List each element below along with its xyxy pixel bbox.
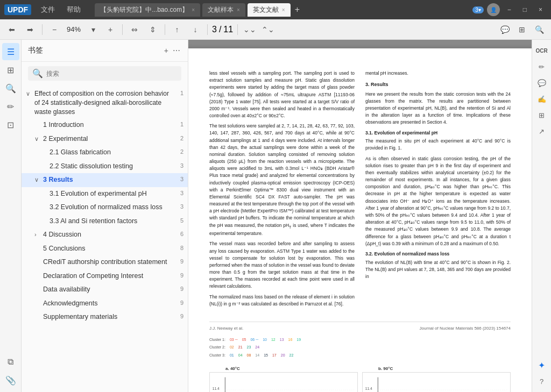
left-icon-fields[interactable]: ⊡ [2, 116, 19, 133]
legend-c1-13: 13 [280, 337, 284, 343]
view-options-button[interactable]: ⊞ [514, 22, 529, 37]
bookmark-static-diss[interactable]: 2.2 Static dissolution testing 3 [22, 160, 188, 174]
bookmark-root[interactable]: ∨ Effect of composition on the corrosion… [22, 87, 188, 118]
chart-a-svg: 10.6 10.8 11.0 11.2 11.4 0 200 400 600 8… [210, 373, 357, 392]
bookmark-supplementary[interactable]: Supplementary materials 9 [22, 310, 188, 324]
maximize-button[interactable]: □ [519, 4, 531, 16]
tab-doc2-close[interactable]: × [237, 7, 240, 13]
bookmark-discussion[interactable]: › 4 Discussion 6 [22, 228, 188, 242]
bookmark-results[interactable]: ∨ 3 Results 3 [22, 173, 188, 187]
left-icon-attachments[interactable]: 📎 [2, 372, 19, 389]
legend-c1-10: 10 [263, 337, 267, 343]
menu-help[interactable]: 帮助 [61, 3, 86, 17]
search-input[interactable] [46, 70, 177, 77]
bookmark-discussion-num: 6 [177, 230, 183, 238]
bookmark-credit-label: CRediT authorship contribution statement [43, 258, 175, 267]
tab-doc1-close[interactable]: × [192, 7, 195, 13]
fit-width-button[interactable]: ⇔ [127, 22, 142, 37]
bookmarks-title: 书签 [28, 46, 159, 55]
right-icon-ocr[interactable]: OCR [534, 43, 549, 58]
bookmark-static-diss-label: 2.2 Static dissolution testing [50, 162, 175, 172]
tab-current-close[interactable]: × [282, 7, 285, 13]
bookmark-glass-fab[interactable]: 2.1 Glass fabrication 2 [22, 146, 188, 160]
notification-badge[interactable]: 3▾ [472, 6, 484, 13]
cluster-legend-2: Cluster 2: 02 21 23 24 [209, 345, 511, 351]
search-box: 🔍 [28, 66, 181, 81]
toggle-experimental[interactable]: ∨ [34, 135, 41, 143]
chart-b-svg: 10.6 10.8 11.0 11.2 11.4 0 200 400 600 8… [363, 373, 510, 392]
right-icon-annotate[interactable]: 💬 [534, 75, 549, 90]
tab-current[interactable]: 英文文献 × [248, 3, 291, 17]
zoom-in-button[interactable]: + [103, 22, 118, 37]
right-icon-help[interactable]: ? [534, 374, 549, 389]
chart-b: 10.6 10.8 11.0 11.2 11.4 0 200 400 600 8… [362, 372, 511, 392]
chart-a: 10.6 10.8 11.0 11.2 11.4 0 200 400 600 8… [209, 372, 358, 392]
pdf-footer-left: J.J. Neeway et al. [209, 325, 243, 332]
fit-height-button[interactable]: ⇕ [145, 22, 160, 37]
right-icon-sign[interactable]: ✍ [534, 91, 549, 106]
left-icon-thumbnails[interactable]: ⊞ [2, 61, 19, 79]
pdf-subsection-expph: 3.1. Evolution of experimental pH [365, 130, 511, 137]
bookmark-experimental[interactable]: ∨ 2 Experimental 2 [22, 132, 188, 146]
search-button[interactable]: 🔍 [532, 22, 547, 37]
legend-c2-24: 24 [255, 345, 259, 351]
bookmark-competing[interactable]: Declaration of Competing Interest 9 [22, 269, 188, 283]
toolbar-sep-5 [237, 24, 238, 35]
scroll-up-button[interactable]: ↑ [169, 22, 185, 37]
right-icon-ai[interactable]: ✦ [534, 358, 549, 373]
left-icon-search[interactable]: 🔍 [2, 80, 19, 97]
right-icon-share[interactable]: ↗ [534, 124, 549, 139]
more-options-button[interactable]: ⋯ [172, 45, 181, 56]
bookmark-al-si-num: 5 [177, 217, 183, 225]
bookmark-credit-num: 9 [177, 258, 183, 266]
zoom-dropdown[interactable]: ▾ [86, 22, 101, 37]
legend-cluster1-label: Cluster 1: [209, 337, 225, 343]
menu-file[interactable]: 文件 [36, 3, 60, 17]
toggle-discussion[interactable]: › [34, 231, 41, 239]
right-icon-edit[interactable]: ✏ [534, 59, 549, 74]
toggle-root[interactable]: ∨ [26, 90, 32, 98]
right-icon-pages[interactable]: ⊞ [534, 108, 549, 123]
left-icon-annotations[interactable]: ✏ [2, 98, 19, 115]
toggle-results[interactable]: ∨ [34, 176, 41, 184]
svg-text:11.4: 11.4 [213, 387, 220, 391]
legend-c1-05: 05 [242, 337, 246, 343]
tab-doc1[interactable]: 【头豹研究院】中...bao.com】 × [95, 3, 200, 17]
bookmark-exp-ph[interactable]: 3.1 Evolution of experimental pH 3 [22, 187, 188, 201]
pdf-viewer[interactable]: less steel vessels with a sampling port.… [188, 40, 532, 392]
bookmark-norm-mass[interactable]: 3.2 Evolution of normalized mass loss 3 [22, 201, 188, 215]
minimize-button[interactable]: − [503, 4, 515, 16]
zoom-value[interactable]: 94% [64, 25, 83, 33]
bookmark-supplementary-label: Supplementary materials [43, 312, 175, 322]
bookmark-intro[interactable]: 1 Introduction 1 [22, 118, 188, 132]
bookmark-acknowledgments[interactable]: Acknowledgments 9 [22, 297, 188, 311]
zoom-out-button[interactable]: − [47, 22, 62, 37]
pdf-left-text-3: The vessel mass was recorded before and … [209, 240, 355, 290]
scroll-down-button[interactable]: ↓ [188, 22, 203, 37]
bookmark-norm-mass-label: 3.2 Evolution of normalized mass loss [50, 203, 175, 212]
bookmark-data-avail-num: 9 [177, 285, 183, 293]
legend-c3-15: 15 [264, 353, 268, 359]
bookmark-al-si[interactable]: 3.3 Al and Si retention factors 5 [22, 215, 188, 229]
page-current[interactable]: 3 [212, 25, 217, 34]
comment-button[interactable]: 💬 [497, 22, 512, 37]
bookmark-credit[interactable]: CRediT authorship contribution statement… [22, 255, 188, 269]
expand-down-button[interactable]: ⌄⌄ [242, 22, 257, 37]
close-button[interactable]: × [534, 4, 547, 16]
bookmark-conclusions[interactable]: 5 Conclusions 8 [22, 242, 188, 256]
collapse-button[interactable]: ⌃⌄ [260, 22, 276, 37]
add-bookmark-button[interactable]: + [163, 45, 169, 56]
toolbar-prev-page[interactable]: ⬅ [4, 22, 19, 37]
bookmark-data-avail[interactable]: Data availability 9 [22, 283, 188, 297]
legend-c1-19: 19 [296, 337, 301, 343]
tab-doc2[interactable]: 文献样本 × [202, 3, 245, 17]
bookmarks-tree: ∨ Effect of composition on the corrosion… [22, 85, 188, 392]
toolbar-next-page[interactable]: ➡ [23, 22, 38, 37]
bookmark-acknowledgments-label: Acknowledgments [43, 299, 175, 309]
left-icon-bar: ☰ ⊞ 🔍 ✏ ⊡ ⧉ 📎 [0, 40, 22, 392]
user-avatar[interactable]: 👤 [487, 3, 500, 16]
left-icon-layers[interactable]: ⧉ [2, 353, 19, 370]
legend-c2-21: 21 [238, 345, 243, 351]
tab-add-button[interactable]: + [293, 5, 302, 15]
left-icon-bookmarks[interactable]: ☰ [2, 43, 19, 60]
